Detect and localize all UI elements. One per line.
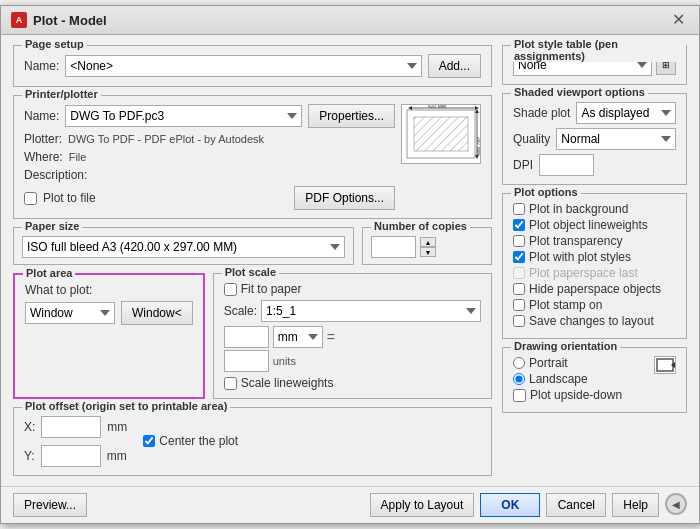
quality-label: Quality — [513, 132, 550, 146]
plot-opt-5: Hide paperspace objects — [513, 282, 676, 296]
scale-select[interactable]: 1:5_1 — [261, 300, 481, 322]
help-button[interactable]: Help — [612, 493, 659, 517]
plot-object-lineweights-label: Plot object lineweights — [529, 218, 648, 232]
window-button[interactable]: Window< — [121, 301, 193, 325]
portrait-row: Portrait — [513, 356, 622, 370]
app-icon: A — [11, 12, 27, 28]
plot-area-scale-row: Plot area What to plot: Window Window< P… — [13, 273, 492, 399]
fit-to-paper-label: Fit to paper — [241, 282, 302, 296]
plot-to-file-label: Plot to file — [43, 191, 96, 205]
center-plot-checkbox[interactable] — [143, 435, 155, 447]
eq-sign: = — [327, 329, 335, 345]
y-row: Y: 0.50 mm — [24, 445, 127, 467]
close-button[interactable]: ✕ — [668, 12, 689, 28]
upside-down-checkbox[interactable] — [513, 389, 526, 402]
plot-transparency-checkbox[interactable] — [513, 235, 525, 247]
plot-object-lineweights-checkbox[interactable] — [513, 219, 525, 231]
back-circle-button[interactable]: ◀ — [665, 493, 687, 515]
where-label: Where: — [24, 150, 63, 164]
plot-opt-4: Plot paperspace last — [513, 266, 676, 280]
dpi-row: DPI 100 — [513, 154, 676, 176]
plot-with-plot-styles-checkbox[interactable] — [513, 251, 525, 263]
center-plot-label: Center the plot — [159, 434, 238, 448]
printer-row: Name: DWG To PDF.pc3 Properties... Plott… — [24, 104, 481, 210]
plot-paperspace-last-checkbox[interactable] — [513, 267, 525, 279]
plot-options-group: Plot options Plot in background Plot obj… — [502, 193, 687, 339]
plotter-row: Plotter: DWG To PDF - PDF ePlot - by Aut… — [24, 132, 395, 146]
what-to-plot-label: What to plot: — [25, 283, 92, 297]
svg-marker-9 — [475, 155, 479, 159]
dpi-input[interactable]: 100 — [539, 154, 594, 176]
portrait-radio[interactable] — [513, 357, 525, 369]
copies-up[interactable]: ▲ — [420, 237, 436, 247]
dpi-label: DPI — [513, 158, 533, 172]
title-bar: A Plot - Model ✕ — [1, 6, 699, 35]
copies-row: 1 ▲ ▼ — [371, 236, 483, 258]
printer-select[interactable]: DWG To PDF.pc3 — [65, 105, 302, 127]
plot-opt-3: Plot with plot styles — [513, 250, 676, 264]
landscape-icon — [654, 356, 676, 374]
x-label: X: — [24, 420, 35, 434]
offset-xy: X: 0.00 mm Y: 0.50 mm — [24, 416, 127, 467]
plot-in-background-checkbox[interactable] — [513, 203, 525, 215]
units-value-input[interactable]: 5 — [224, 350, 269, 372]
plot-opt-0: Plot in background — [513, 202, 676, 216]
page-setup-select[interactable]: <None> — [65, 55, 421, 77]
shade-plot-row: Shade plot As displayed — [513, 102, 676, 124]
orientation-inner: Portrait Landscape Plot upside-down — [513, 356, 676, 404]
save-changes-to-layout-label: Save changes to layout — [529, 314, 654, 328]
printer-plotter-label: Printer/plotter — [22, 88, 101, 100]
plot-offset-group: Plot offset (origin set to printable are… — [13, 407, 492, 476]
mm-select[interactable]: mm — [273, 326, 323, 348]
landscape-radio[interactable] — [513, 373, 525, 385]
paper-size-select[interactable]: ISO full bleed A3 (420.00 x 297.00 MM) — [22, 236, 345, 258]
save-changes-to-layout-checkbox[interactable] — [513, 315, 525, 327]
fit-to-paper-checkbox[interactable] — [224, 283, 237, 296]
cancel-button[interactable]: Cancel — [546, 493, 606, 517]
plot-stamp-on-checkbox[interactable] — [513, 299, 525, 311]
scale-lineweights-checkbox[interactable] — [224, 377, 237, 390]
copies-down[interactable]: ▼ — [420, 247, 436, 257]
shade-plot-label: Shade plot — [513, 106, 570, 120]
orientation-options: Portrait Landscape Plot upside-down — [513, 356, 622, 404]
x-input[interactable]: 0.00 — [41, 416, 101, 438]
paper-size-group: Paper size ISO full bleed A3 (420.00 x 2… — [13, 227, 354, 265]
page-setup-name-row: Name: <None> Add... — [24, 54, 481, 78]
scale-row: Scale: 1:5_1 — [224, 300, 481, 322]
y-input[interactable]: 0.50 — [41, 445, 101, 467]
dialog-body: Page setup Name: <None> Add... Printer/p… — [1, 35, 699, 486]
plot-to-file-checkbox[interactable] — [24, 192, 37, 205]
plotter-value: DWG To PDF - PDF ePlot - by Autodesk — [68, 133, 264, 145]
mm-value-input[interactable]: 1 — [224, 326, 269, 348]
shade-plot-select[interactable]: As displayed — [576, 102, 676, 124]
printer-name-label: Name: — [24, 109, 59, 123]
landscape-row: Landscape — [513, 372, 622, 386]
scale-lineweights-row: Scale lineweights — [224, 376, 481, 390]
plot-style-table-group: Plot style table (pen assignments) None … — [502, 45, 687, 85]
copies-label: Number of copies — [371, 220, 470, 232]
what-to-plot-select[interactable]: Window — [25, 302, 115, 324]
preview-button[interactable]: Preview... — [13, 493, 87, 517]
pdf-options-button[interactable]: PDF Options... — [294, 186, 395, 210]
svg-marker-4 — [408, 106, 412, 110]
svg-text:420 MM: 420 MM — [428, 105, 446, 109]
printer-info: Name: DWG To PDF.pc3 Properties... Plott… — [24, 104, 395, 210]
plot-to-file-row: Plot to file PDF Options... — [24, 186, 395, 210]
dialog-title: Plot - Model — [33, 13, 107, 28]
plot-opt-1: Plot object lineweights — [513, 218, 676, 232]
y-mm-label: mm — [107, 449, 127, 463]
portrait-label: Portrait — [529, 356, 568, 370]
page-setup-label: Page setup — [22, 38, 87, 50]
hide-paperspace-objects-checkbox[interactable] — [513, 283, 525, 295]
plotter-label: Plotter: — [24, 132, 62, 146]
copies-input[interactable]: 1 — [371, 236, 416, 258]
svg-text:297 MM: 297 MM — [476, 137, 480, 155]
quality-select[interactable]: Normal — [556, 128, 676, 150]
upside-down-row: Plot upside-down — [513, 388, 622, 402]
add-button[interactable]: Add... — [428, 54, 481, 78]
properties-button[interactable]: Properties... — [308, 104, 395, 128]
apply-to-layout-button[interactable]: Apply to Layout — [370, 493, 475, 517]
upside-down-label: Plot upside-down — [530, 388, 622, 402]
ok-button[interactable]: OK — [480, 493, 540, 517]
plot-scale-label: Plot scale — [222, 266, 279, 278]
